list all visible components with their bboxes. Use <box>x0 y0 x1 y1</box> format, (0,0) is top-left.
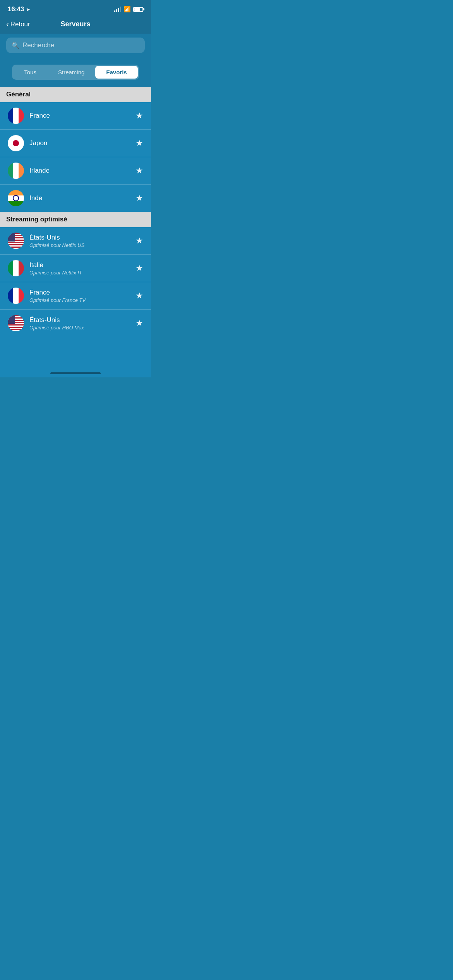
server-subtitle: Optimisé pour Netflix IT <box>29 270 130 276</box>
list-item[interactable]: Inde ★ <box>0 185 151 212</box>
favorite-star-icon[interactable]: ★ <box>136 111 143 121</box>
favorite-star-icon[interactable]: ★ <box>136 291 143 301</box>
server-name: France <box>29 289 130 296</box>
server-info: États-Unis Optimisé pour Netflix US <box>29 234 130 248</box>
tab-switcher: Tous Streaming Favoris <box>0 59 151 87</box>
search-container: 🔍 Recherche <box>0 34 151 59</box>
nav-header: ‹ Retour Serveurs <box>0 16 151 34</box>
favorite-star-icon[interactable]: ★ <box>136 236 143 246</box>
server-subtitle: Optimisé pour France TV <box>29 297 130 303</box>
server-info: France <box>29 112 130 120</box>
back-chevron-icon: ‹ <box>6 20 9 29</box>
server-info: France Optimisé pour France TV <box>29 289 130 303</box>
server-name: Japon <box>29 139 130 147</box>
bottom-spacer <box>0 337 151 368</box>
status-icons: 📶 <box>114 6 143 13</box>
flag-us-hbo <box>8 315 24 331</box>
list-item[interactable]: États-Unis Optimisé pour Netflix US ★ <box>0 227 151 255</box>
server-name: Inde <box>29 194 130 202</box>
list-item[interactable]: France Optimisé pour France TV ★ <box>0 282 151 310</box>
list-item[interactable]: Irlande ★ <box>0 157 151 185</box>
wifi-icon: 📶 <box>124 6 131 13</box>
flag-france-tv <box>8 288 24 304</box>
server-list-general: France ★ Japon ★ Irlande ★ Inde ★ <box>0 102 151 212</box>
section-header-general: Général <box>0 87 151 102</box>
server-name: Italie <box>29 261 130 269</box>
server-info: Italie Optimisé pour Netflix IT <box>29 261 130 276</box>
list-item[interactable]: Japon ★ <box>0 130 151 157</box>
status-time: 16:43 <box>8 5 24 13</box>
tab-group: Tous Streaming Favoris <box>12 65 139 80</box>
tab-streaming[interactable]: Streaming <box>47 66 95 79</box>
server-subtitle: Optimisé pour HBO Max <box>29 325 130 331</box>
search-icon: 🔍 <box>12 42 19 49</box>
flag-irlande <box>8 163 24 179</box>
list-item[interactable]: France ★ <box>0 102 151 130</box>
tab-favoris[interactable]: Favoris <box>95 66 137 79</box>
list-item[interactable]: États-Unis Optimisé pour HBO Max ★ <box>0 310 151 337</box>
flag-japon <box>8 135 24 151</box>
favorite-star-icon[interactable]: ★ <box>136 318 143 328</box>
server-name: Irlande <box>29 167 130 175</box>
favorite-star-icon[interactable]: ★ <box>136 138 143 148</box>
favorite-star-icon[interactable]: ★ <box>136 193 143 203</box>
list-item[interactable]: Italie Optimisé pour Netflix IT ★ <box>0 255 151 282</box>
server-info: Irlande <box>29 167 130 175</box>
section-header-streaming: Streaming optimisé <box>0 212 151 227</box>
back-button[interactable]: ‹ Retour <box>6 20 30 29</box>
flag-inde <box>8 190 24 206</box>
server-name: France <box>29 112 130 120</box>
flag-it <box>8 260 24 276</box>
server-info: Inde <box>29 194 130 202</box>
home-bar <box>50 372 101 374</box>
battery-icon <box>133 7 143 12</box>
home-indicator <box>0 368 151 377</box>
flag-france <box>8 108 24 124</box>
flag-us <box>8 233 24 249</box>
search-box[interactable]: 🔍 Recherche <box>6 38 145 53</box>
search-input[interactable]: Recherche <box>22 41 54 49</box>
server-info: Japon <box>29 139 130 147</box>
back-label: Retour <box>10 21 30 28</box>
server-name: États-Unis <box>29 234 130 242</box>
server-list-streaming: États-Unis Optimisé pour Netflix US ★ It… <box>0 227 151 337</box>
signal-icon <box>114 7 121 12</box>
server-info: États-Unis Optimisé pour HBO Max <box>29 316 130 331</box>
page-title: Serveurs <box>60 20 90 28</box>
server-subtitle: Optimisé pour Netflix US <box>29 242 130 248</box>
favorite-star-icon[interactable]: ★ <box>136 166 143 176</box>
location-icon: ➤ <box>26 7 30 12</box>
favorite-star-icon[interactable]: ★ <box>136 263 143 273</box>
tab-tous[interactable]: Tous <box>13 66 47 79</box>
status-bar: 16:43 ➤ 📶 <box>0 0 151 16</box>
server-name: États-Unis <box>29 316 130 324</box>
